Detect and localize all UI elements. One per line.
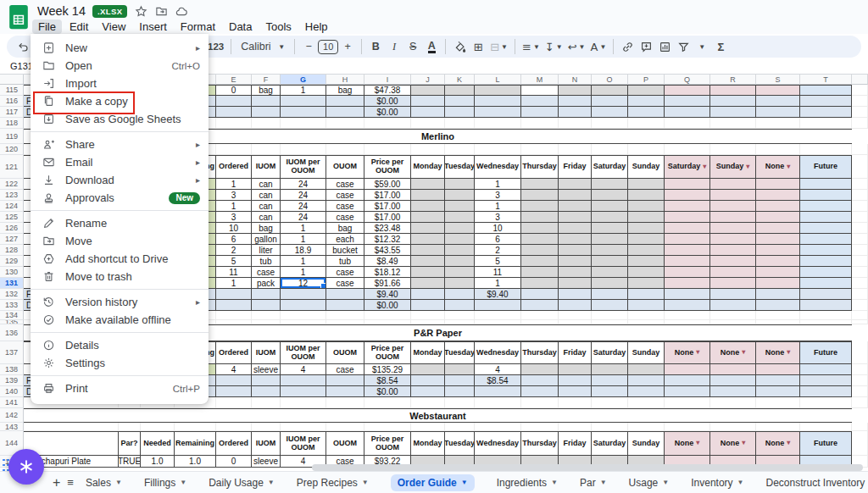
cell-T121[interactable]: Future xyxy=(800,155,852,179)
cell-R126[interactable] xyxy=(710,223,756,234)
sheet-tab-order-guide[interactable]: Order Guide▼ xyxy=(391,474,475,491)
vertical-align-icon[interactable]: ↧▼ xyxy=(542,37,565,56)
cell-P122[interactable] xyxy=(628,179,665,190)
cell-P129[interactable] xyxy=(628,256,665,267)
cell-L143[interactable] xyxy=(475,423,521,431)
cell-I128[interactable]: $43.55 xyxy=(364,245,411,256)
cell-F134[interactable] xyxy=(252,311,281,320)
horizontal-align-icon[interactable]: ≡▼ xyxy=(520,37,542,56)
tab-menu-caret-icon[interactable]: ▼ xyxy=(115,479,122,486)
cell-T144[interactable]: Future xyxy=(800,431,852,456)
cell-S128[interactable] xyxy=(756,245,800,256)
column-header-P[interactable]: P xyxy=(628,75,665,85)
cell-Q116[interactable] xyxy=(665,96,710,107)
cell-R144[interactable]: None xyxy=(710,431,756,456)
cell-O127[interactable] xyxy=(592,234,628,245)
cell-J122[interactable] xyxy=(411,179,445,190)
cell-S120[interactable] xyxy=(756,144,800,155)
cell-O115[interactable] xyxy=(592,85,628,96)
cell-P116[interactable] xyxy=(628,96,665,107)
cell-S129[interactable] xyxy=(756,256,800,267)
cell-O133[interactable] xyxy=(592,300,628,311)
cell-L127[interactable]: 6 xyxy=(475,234,521,245)
cell-K144[interactable]: Tuesday xyxy=(445,431,475,456)
cell-G140[interactable] xyxy=(281,386,326,397)
cell-H129[interactable]: tub xyxy=(326,256,364,267)
cell-S117[interactable] xyxy=(756,107,800,118)
cell-K123[interactable] xyxy=(445,190,475,201)
cell-I127[interactable]: $12.32 xyxy=(364,234,411,245)
cell-H133[interactable] xyxy=(326,300,364,311)
sheet-tab-inventory[interactable]: Inventory▼ xyxy=(691,477,743,489)
cell-I132[interactable]: $9.40 xyxy=(364,289,411,300)
cell-P132[interactable] xyxy=(628,289,665,300)
cell-Q115[interactable] xyxy=(665,85,710,96)
row-header-140[interactable]: 140 xyxy=(0,386,24,397)
cell-E118[interactable] xyxy=(216,118,252,129)
row-header-129[interactable]: 129 xyxy=(0,256,24,267)
cell-P141[interactable] xyxy=(628,397,665,408)
cell-S144[interactable]: None xyxy=(756,431,800,456)
cell-M143[interactable] xyxy=(521,423,559,431)
cell-Q117[interactable] xyxy=(665,107,710,118)
row-header-125[interactable]: 125 xyxy=(0,212,24,223)
row-header-139[interactable]: 139 xyxy=(0,375,24,386)
column-header-R[interactable]: R xyxy=(710,75,756,85)
cell-M127[interactable] xyxy=(521,234,559,245)
cell-P118[interactable] xyxy=(628,118,665,129)
cell-J128[interactable] xyxy=(411,245,445,256)
cell-R130[interactable] xyxy=(710,267,756,278)
cell-O139[interactable] xyxy=(592,375,628,386)
cell-O141[interactable] xyxy=(592,397,628,408)
cell-E145[interactable]: 0 xyxy=(216,456,252,468)
cell-N140[interactable] xyxy=(559,386,592,397)
cell-L126[interactable]: 10 xyxy=(475,223,521,234)
row-header-120[interactable]: 120 xyxy=(0,144,24,155)
cell-O120[interactable] xyxy=(592,144,628,155)
cell-J120[interactable] xyxy=(411,144,445,155)
row-header-122[interactable]: 122 xyxy=(0,179,24,190)
cell-Q127[interactable] xyxy=(665,234,710,245)
cell-O126[interactable] xyxy=(592,223,628,234)
cell-H139[interactable] xyxy=(326,375,364,386)
row-header-136[interactable]: 136 xyxy=(0,324,24,341)
cell-O123[interactable] xyxy=(592,190,628,201)
cell-L140[interactable] xyxy=(475,386,521,397)
cell-T138[interactable] xyxy=(800,364,852,375)
row-header-132[interactable]: 132 xyxy=(0,289,24,300)
cell-K139[interactable] xyxy=(445,375,475,386)
cell-I124[interactable]: $17.00 xyxy=(364,201,411,212)
cell-D143[interactable] xyxy=(175,423,216,431)
cell-P125[interactable] xyxy=(628,212,665,223)
cell-F122[interactable]: can xyxy=(252,179,281,190)
cell-Q118[interactable] xyxy=(665,118,710,129)
cell-F121[interactable]: IUOM xyxy=(252,155,281,179)
file-menu-item-make-available-offline[interactable]: Make available offline xyxy=(31,311,209,329)
cell-M137[interactable]: Thursday xyxy=(521,341,559,364)
cell-N143[interactable] xyxy=(559,423,592,431)
cell-R127[interactable] xyxy=(710,234,756,245)
cell-H117[interactable] xyxy=(326,107,364,118)
cell-L115[interactable] xyxy=(475,85,521,96)
cell-J131[interactable] xyxy=(411,278,445,289)
cell-S118[interactable] xyxy=(756,118,800,129)
row-header-138[interactable]: 138 xyxy=(0,364,24,375)
horizontal-scrollbar[interactable] xyxy=(312,464,863,471)
cell-I117[interactable]: $0.00 xyxy=(364,107,411,118)
cell-T123[interactable] xyxy=(800,190,852,201)
cell-P117[interactable] xyxy=(628,107,665,118)
column-header-I[interactable]: I xyxy=(364,75,411,85)
cell-G131[interactable]: 12 xyxy=(281,278,326,289)
cell-I143[interactable] xyxy=(364,423,411,431)
cell-J143[interactable] xyxy=(411,423,445,431)
cell-G138[interactable]: 4 xyxy=(281,364,326,375)
cell-F140[interactable] xyxy=(252,386,281,397)
cell-I126[interactable]: $23.48 xyxy=(364,223,411,234)
file-menu-item-new[interactable]: New▸ xyxy=(31,39,209,57)
document-title[interactable]: Week 14 xyxy=(37,4,86,18)
cell-P140[interactable] xyxy=(628,386,665,397)
cell-R139[interactable] xyxy=(710,375,756,386)
cell-P126[interactable] xyxy=(628,223,665,234)
tab-menu-caret-icon[interactable]: ▼ xyxy=(737,479,744,486)
row-header-124[interactable]: 124 xyxy=(0,201,24,212)
